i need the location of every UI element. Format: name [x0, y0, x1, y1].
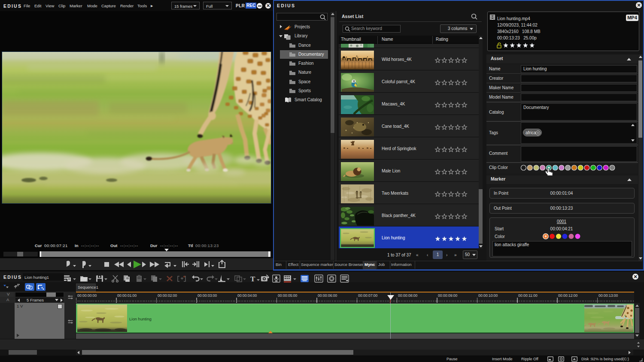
svg-text:T: T — [250, 275, 255, 283]
